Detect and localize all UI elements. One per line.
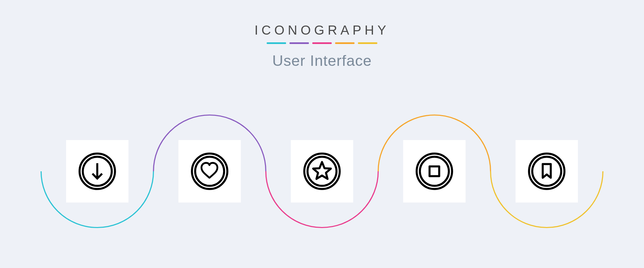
wave-path — [0, 0, 644, 268]
